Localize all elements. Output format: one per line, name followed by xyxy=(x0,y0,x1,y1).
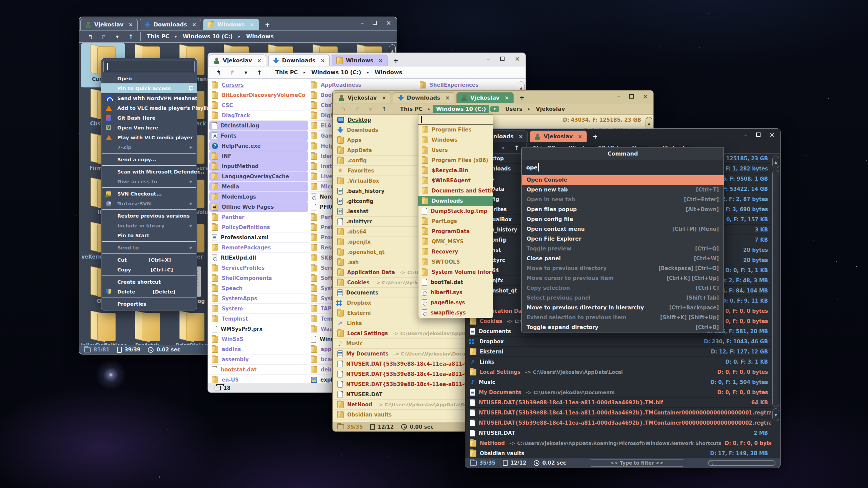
tab[interactable]: Downloads× xyxy=(140,19,201,30)
command-palette-item[interactable]: Open Console xyxy=(522,175,724,185)
context-menu-item[interactable]: Open Vim here xyxy=(101,123,197,133)
tab[interactable]: Vjekoslav× xyxy=(80,19,138,30)
dropdown-item[interactable]: hiberfil.sys xyxy=(418,287,493,298)
tab[interactable]: Windows× xyxy=(332,55,388,66)
maximize-button[interactable] xyxy=(373,20,377,26)
file-list-item[interactable]: NTUSER.DAT{53b39e88-18c4-11ea-a811-000d3… xyxy=(467,398,771,408)
tab-close-icon[interactable]: × xyxy=(192,22,196,28)
context-menu-item[interactable]: Scan with Microsoft Defender... xyxy=(101,167,197,177)
dropdown-item[interactable]: ProgramData xyxy=(418,226,493,237)
file-list-item[interactable]: AppReadiness xyxy=(308,80,417,90)
forward-button[interactable]: ↱ xyxy=(97,33,111,40)
tab[interactable]: Vjekoslav× xyxy=(456,92,514,103)
file-list-item[interactable]: addins xyxy=(209,344,308,354)
dropdown-item[interactable]: QMK_MSYS xyxy=(418,237,493,247)
file-list-item[interactable]: DropboxD: 230, F: 1043, 46 GB xyxy=(467,337,771,347)
breadcrumb-label[interactable]: Windows 10 (C:) xyxy=(179,32,236,41)
context-menu-item[interactable]: Delete[Delete] xyxy=(101,287,197,297)
file-list-item[interactable]: Media xyxy=(209,182,308,192)
dropdown-item[interactable]: System Volume Information xyxy=(418,267,493,277)
dropdown-item[interactable]: swapfile.sys xyxy=(418,308,493,318)
file-list-item[interactable]: Local Settings-> C:\Users\Vjekoslav\AppD… xyxy=(467,367,771,377)
dropdown-item[interactable]: $Recycle.Bin xyxy=(418,165,493,176)
maximize-button[interactable] xyxy=(500,56,505,62)
close-button[interactable]: × xyxy=(643,93,648,100)
command-palette-item[interactable]: Open files popup[Alt+Down] xyxy=(522,205,724,215)
file-list-item[interactable]: SystemApps xyxy=(209,293,308,304)
history-dropdown-button[interactable]: ▾ xyxy=(239,69,253,76)
file-list-item[interactable]: HelpPane.exe xyxy=(209,141,308,151)
tab-close-icon[interactable]: × xyxy=(378,58,383,64)
command-palette-item[interactable]: Extend selection to previous item[Shift+… xyxy=(522,312,724,322)
file-list-item[interactable]: bootstat.dat xyxy=(209,365,308,375)
breadcrumb-item[interactable]: This PC▸ xyxy=(397,105,433,113)
context-menu-item[interactable]: TortoiseSVN▶ xyxy=(101,199,197,208)
breadcrumb-label[interactable]: Windows xyxy=(243,32,277,41)
command-palette-item[interactable]: Move to previous directory[Backspace] [C… xyxy=(522,263,724,273)
file-list-item[interactable]: System xyxy=(209,304,308,314)
tab-close-icon[interactable]: × xyxy=(129,22,133,28)
command-palette-item[interactable]: Move to previous directory in hierarchy[… xyxy=(522,303,724,312)
minimize-button[interactable]: – xyxy=(487,56,490,62)
breadcrumb-label[interactable]: This PC xyxy=(143,32,173,41)
context-menu-item[interactable]: Pin to Quick access xyxy=(101,83,197,93)
file-list-item[interactable]: NTUSER.DAT{53b39e88-18c4-11ea-a811-000d3… xyxy=(467,408,771,418)
drive-dropdown-button[interactable]: ▾ xyxy=(490,106,499,112)
history-dropdown-button[interactable]: ▾ xyxy=(496,144,510,151)
file-list-item[interactable]: ShellComponents xyxy=(209,273,308,283)
dropdown-item[interactable]: DumpStack.log.tmp xyxy=(418,206,493,216)
file-list-item[interactable]: INF xyxy=(209,151,308,161)
dropdown-item[interactable]: Windows xyxy=(418,135,493,145)
tab-close-icon[interactable]: × xyxy=(578,134,582,140)
context-menu-item[interactable] xyxy=(102,241,196,242)
context-menu-item[interactable]: Play with VLC media player xyxy=(101,133,197,142)
minimize-button[interactable]: – xyxy=(744,131,748,138)
file-list-item[interactable]: Cursors xyxy=(209,80,308,90)
command-palette-item[interactable]: Close panel[Ctrl+W] xyxy=(522,254,724,264)
context-menu-item[interactable]: SVN Checkout... xyxy=(101,189,197,199)
breadcrumb-label[interactable]: Windows xyxy=(371,68,406,77)
file-list-item[interactable]: en-US xyxy=(209,375,308,383)
file-list-item[interactable]: PolicyDefinitions xyxy=(209,222,308,232)
file-list-item[interactable]: NTUSER.DAT{53b39e88-18c4-11ea-a811-000d3… xyxy=(467,418,771,428)
file-list-item[interactable]: NTUSER.DAT2 MB xyxy=(467,428,771,438)
file-list-item[interactable]: LinksD: 0, F: 3, 1 KB xyxy=(467,357,771,367)
forward-button[interactable]: ↱ xyxy=(225,69,239,76)
new-tab-button[interactable]: + xyxy=(593,133,598,140)
context-menu-item[interactable] xyxy=(102,153,196,154)
context-menu-item[interactable] xyxy=(102,165,196,166)
file-list-item[interactable]: BitLockerDiscoveryVolumeContents xyxy=(209,90,308,100)
file-list-item[interactable]: ServiceProfiles xyxy=(209,263,308,273)
context-menu-item[interactable]: Create shortcut xyxy=(101,277,197,287)
file-list-item[interactable]: WMSysPr9.prx xyxy=(209,324,308,334)
context-menu-item[interactable]: Pin to Start xyxy=(101,230,197,240)
dropdown-item[interactable]: Program Files (x86) xyxy=(418,155,493,165)
breadcrumb-item[interactable]: This PC▸ xyxy=(143,32,179,41)
tab-close-icon[interactable]: × xyxy=(382,95,386,101)
command-palette-item[interactable]: Open config file xyxy=(522,215,724,224)
dropdown-item[interactable]: pagefile.sys xyxy=(418,298,493,308)
scrollbar[interactable]: ▲ ▼ xyxy=(772,156,780,457)
context-menu-item[interactable] xyxy=(102,276,196,276)
back-button[interactable]: ↰ xyxy=(212,69,225,76)
file-list-item[interactable]: ShellExperiences xyxy=(417,80,524,90)
history-dropdown-button[interactable]: ▾ xyxy=(364,106,377,113)
breadcrumb-item[interactable]: Windows xyxy=(371,68,410,77)
command-palette-item[interactable]: Toggle preview[Ctrl+Q] xyxy=(522,244,724,254)
file-list-item[interactable]: WinSxS xyxy=(209,334,308,344)
breadcrumb-item[interactable]: This PC▸ xyxy=(272,68,308,77)
context-menu-item[interactable]: Send a copy... xyxy=(101,155,197,164)
file-list-item[interactable]: assembly xyxy=(209,354,308,365)
up-button[interactable]: ↑ xyxy=(124,33,138,40)
minimize-button[interactable]: – xyxy=(361,20,364,26)
history-dropdown-button[interactable]: ▾ xyxy=(111,33,124,40)
new-tab-button[interactable]: + xyxy=(393,57,398,64)
minimize-button[interactable]: – xyxy=(617,93,621,100)
command-palette-item[interactable]: Move cursor to previous item[Ctrl+K] [Ct… xyxy=(522,273,724,283)
file-list-item[interactable]: Fonts xyxy=(209,131,308,141)
context-menu-item[interactable] xyxy=(102,298,196,298)
breadcrumb-label[interactable]: This PC xyxy=(397,105,426,113)
command-palette-item[interactable]: Open in new tab[Ctrl+Enter] xyxy=(522,195,724,205)
tab[interactable]: Downloads× xyxy=(268,55,330,66)
maximize-button[interactable] xyxy=(629,93,634,100)
